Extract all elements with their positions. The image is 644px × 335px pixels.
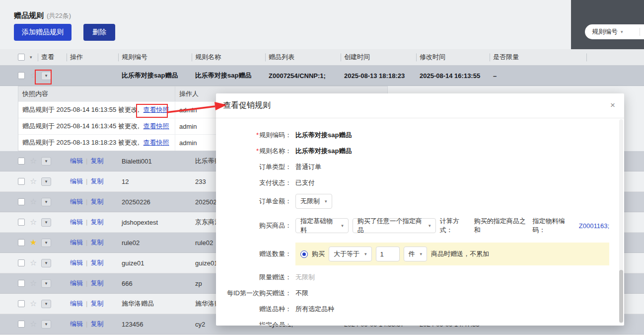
edit-link[interactable]: 编辑 xyxy=(70,177,83,185)
copy-link[interactable]: 复制 xyxy=(90,279,103,287)
star-filled-icon[interactable]: ★ xyxy=(30,239,37,247)
cell-rule-code: jdshopextest xyxy=(119,219,192,226)
expand-caret-button[interactable]: ▾ xyxy=(41,320,51,329)
goods-condition-selected: 购买了任意一个指定商品 xyxy=(358,217,424,235)
expand-caret-button[interactable]: ▾ xyxy=(41,239,51,247)
star-icon[interactable]: ☆ xyxy=(30,177,37,185)
filter-divider xyxy=(640,28,640,36)
row-actions-cell: 编辑|复制 xyxy=(67,177,119,186)
form-row-gift-type: 赠送品种： 所有选定品种 xyxy=(221,304,609,314)
buy-radio-selected[interactable] xyxy=(300,251,308,258)
order-amount-selected: 无限制 xyxy=(300,197,320,206)
select-all-caret-icon[interactable]: ▾ xyxy=(30,55,32,60)
edit-link[interactable]: 编辑 xyxy=(70,198,83,205)
required-asterisk: * xyxy=(256,147,259,155)
pay-status-label: 支付状态： xyxy=(221,178,291,187)
row-checkbox[interactable] xyxy=(18,239,25,246)
header-extra xyxy=(587,49,644,65)
delete-button[interactable]: 删除 xyxy=(83,24,115,41)
expand-caret-button[interactable]: ▾ xyxy=(41,198,51,206)
expand-caret-button[interactable]: ▾ xyxy=(41,218,51,227)
cell-rule-code: 20250226 xyxy=(119,198,192,206)
edit-link[interactable]: 编辑 xyxy=(70,259,83,266)
row-view-cell: ▾ xyxy=(38,258,67,267)
star-icon[interactable]: ☆ xyxy=(30,279,37,287)
row-checkbox[interactable] xyxy=(18,72,25,79)
copy-link[interactable]: 复制 xyxy=(90,320,103,328)
expand-caret-button[interactable]: ▾ xyxy=(41,177,51,186)
row-checkbox[interactable] xyxy=(18,321,25,328)
add-gift-rule-button[interactable]: 添加赠品规则 xyxy=(14,24,72,41)
row-select-cell: ☆ xyxy=(0,177,38,185)
edit-link[interactable]: 编辑 xyxy=(70,218,83,226)
expand-caret-button[interactable]: ▾ xyxy=(41,157,51,166)
quantity-input[interactable] xyxy=(376,247,400,261)
star-icon[interactable]: ☆ xyxy=(30,300,37,308)
star-icon[interactable]: ☆ xyxy=(30,198,37,206)
row-checkbox[interactable] xyxy=(18,280,25,287)
view-promotion-rule-dialog: 查看促销规则 × *规则编码： 比乐蒂对接sap赠品 *规则名称： 比乐蒂对接s… xyxy=(216,93,624,326)
toolbar: 添加赠品规则 删除 xyxy=(14,24,115,41)
goods-type-select[interactable]: 指定基础物料 ▾ xyxy=(295,218,349,233)
order-amount-select[interactable]: 无限制 ▾ xyxy=(295,194,332,209)
chevron-down-icon: ▾ xyxy=(621,29,623,34)
unit-select[interactable]: 件 ▾ xyxy=(404,247,428,261)
calc-method-label: 计算方式： xyxy=(440,217,470,235)
row-checkbox[interactable] xyxy=(18,300,25,307)
row-actions-cell: 编辑|复制 xyxy=(67,218,119,227)
edit-link[interactable]: 编辑 xyxy=(70,279,83,287)
edit-link[interactable]: 编辑 xyxy=(70,300,83,307)
row-actions-cell: 编辑|复制 xyxy=(67,238,119,247)
caret-down-icon: ▾ xyxy=(45,200,48,204)
copy-link[interactable]: 复制 xyxy=(90,198,103,205)
expand-caret-button[interactable]: ▾ xyxy=(41,300,51,308)
expand-caret-button[interactable]: ▾ xyxy=(41,259,51,267)
copy-link[interactable]: 复制 xyxy=(90,239,103,246)
edit-link[interactable]: 编辑 xyxy=(70,320,83,328)
select-all-checkbox[interactable] xyxy=(18,54,25,61)
filter-field-select[interactable]: 规则编号 ▾ xyxy=(585,24,644,39)
row-checkbox[interactable] xyxy=(18,259,25,266)
copy-link[interactable]: 复制 xyxy=(90,259,103,266)
edit-link[interactable]: 编辑 xyxy=(70,157,83,165)
header-op: 操作 xyxy=(67,49,119,65)
copy-link[interactable]: 复制 xyxy=(90,218,103,226)
gift-qty-label: 赠送数量： xyxy=(221,250,291,258)
row-checkbox[interactable] xyxy=(18,219,25,226)
gift-qty-suffix: 商品时赠送，不累加 xyxy=(431,250,489,258)
row-select-cell: ☆ xyxy=(0,279,38,287)
material-code-label: 指定物料编码： xyxy=(532,217,574,235)
view-snapshot-link[interactable]: 查看快照 xyxy=(143,122,169,131)
compare-select[interactable]: 大于等于 ▾ xyxy=(329,247,372,261)
view-snapshot-link[interactable]: 查看快照 xyxy=(143,138,169,147)
star-icon[interactable]: ☆ xyxy=(30,320,37,328)
copy-link[interactable]: 复制 xyxy=(90,157,103,165)
material-code-link[interactable]: Z0001163; xyxy=(579,222,609,230)
header-select-cell: ▾ xyxy=(0,49,38,65)
form-row-order-type: 订单类型： 普通订单 xyxy=(221,162,609,172)
caret-down-icon: ▾ xyxy=(45,281,48,286)
header-gift-list: 赠品列表 xyxy=(266,49,341,65)
buy-goods-label: 购买商品： xyxy=(221,221,291,230)
row-actions-cell: 编辑|复制 xyxy=(67,258,119,267)
row-checkbox[interactable] xyxy=(18,158,25,165)
cell-modified: 2025-08-14 16:13:55 xyxy=(417,72,490,80)
row-select-cell: ★ xyxy=(0,239,38,247)
close-icon[interactable]: × xyxy=(610,100,615,110)
goods-condition-select[interactable]: 购买了任意一个指定商品 ▾ xyxy=(353,218,436,233)
row-actions-cell: 编辑|复制 xyxy=(67,320,119,329)
unit-selected: 件 xyxy=(409,250,415,258)
annotation-red-box-expand-caret xyxy=(35,70,52,84)
star-icon[interactable]: ☆ xyxy=(30,157,37,165)
row-checkbox[interactable] xyxy=(18,198,25,205)
copy-link[interactable]: 复制 xyxy=(90,177,103,185)
edit-link[interactable]: 编辑 xyxy=(70,239,83,246)
star-icon[interactable]: ☆ xyxy=(30,259,37,267)
row-checkbox[interactable] xyxy=(18,178,25,185)
caret-down-icon: ▾ xyxy=(429,223,431,228)
copy-link[interactable]: 复制 xyxy=(90,300,103,307)
star-icon[interactable]: ☆ xyxy=(30,218,37,226)
form-row-buy-goods: 购买商品： 指定基础物料 ▾ 购买了任意一个指定商品 ▾ 计算方式： 购买的指定… xyxy=(221,217,609,235)
modal-scrollbar-thumb[interactable] xyxy=(619,270,623,323)
expand-caret-button[interactable]: ▾ xyxy=(41,279,51,288)
